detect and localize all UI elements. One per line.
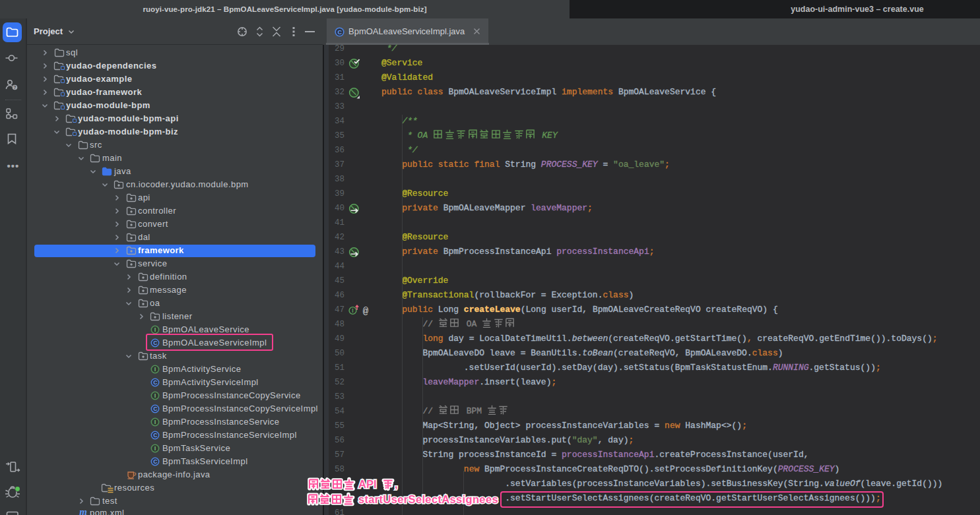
svg-text:C: C — [153, 379, 157, 386]
svg-text:C: C — [153, 406, 157, 412]
svg-text:I: I — [154, 326, 156, 333]
svg-text:@: @ — [363, 306, 369, 317]
svg-text:C: C — [337, 29, 342, 36]
svg-text:C: C — [153, 458, 157, 465]
svg-text:C: C — [153, 432, 157, 439]
svg-text:I: I — [154, 445, 156, 452]
svg-text:I: I — [154, 366, 156, 373]
svg-text:I: I — [352, 307, 353, 314]
svg-text:I: I — [154, 419, 156, 425]
svg-text:I: I — [154, 392, 156, 399]
